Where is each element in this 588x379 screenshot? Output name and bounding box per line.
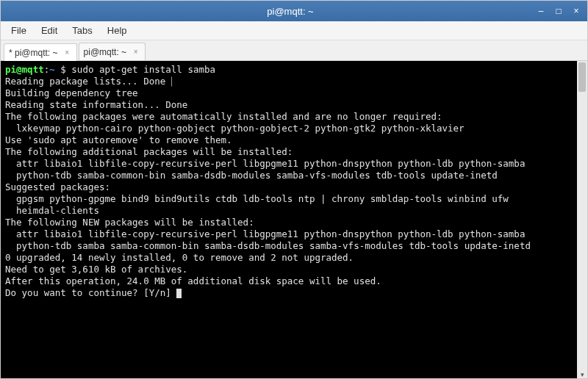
- close-icon: ×: [65, 48, 69, 57]
- prompt-dollar: $: [55, 64, 72, 75]
- tab-terminal-1[interactable]: * pi@mqtt: ~ ×: [4, 43, 77, 61]
- terminal-output-line: Use 'sudo apt autoremove' to remove them…: [5, 134, 232, 145]
- command-text: sudo apt-get install: [71, 64, 187, 75]
- close-icon: ×: [134, 48, 138, 56]
- terminal-output-line: After this operation, 24.0 MB of additio…: [5, 275, 381, 286]
- maximize-button[interactable]: □: [551, 4, 567, 18]
- terminal-output-line: The following NEW packages will be insta…: [5, 217, 254, 228]
- window-title: pi@mqtt: ~: [48, 6, 533, 17]
- menubar: File Edit Tabs Help: [1, 21, 587, 40]
- terminal-output-line: The following packages were automaticall…: [5, 111, 442, 122]
- menu-help[interactable]: Help: [101, 23, 133, 38]
- tab-label: pi@mqtt: ~: [84, 47, 127, 57]
- terminal[interactable]: pi@mqtt:~ $ sudo apt-get install samba R…: [1, 61, 577, 379]
- terminal-output-line: python-tdb samba samba-common-bin samba-…: [5, 240, 531, 251]
- text-cursor-icon: ⎸: [165, 76, 180, 87]
- command-text: samba: [187, 64, 215, 75]
- terminal-area: pi@mqtt:~ $ sudo apt-get install samba R…: [1, 61, 587, 379]
- terminal-output-line: Building dependency tree: [5, 87, 138, 98]
- prompt-user-host: pi@mqtt: [5, 64, 44, 75]
- tab-terminal-2[interactable]: pi@mqtt: ~ ×: [79, 43, 146, 60]
- prompt-path: ~: [49, 64, 55, 75]
- close-icon: ×: [573, 6, 578, 16]
- terminal-output-line: lxkeymap python-cairo python-gobject pyt…: [5, 123, 465, 134]
- tab-close-button[interactable]: ×: [62, 48, 72, 57]
- minimize-button[interactable]: –: [533, 4, 549, 18]
- menu-file[interactable]: File: [5, 23, 32, 38]
- menu-edit[interactable]: Edit: [35, 23, 63, 38]
- terminal-output-line: attr libaio1 libfile-copy-recursive-perl…: [5, 228, 525, 239]
- terminal-output-line: Reading package lists... Done: [5, 76, 165, 87]
- tab-bar: * pi@mqtt: ~ × pi@mqtt: ~ ×: [1, 40, 587, 61]
- chevron-down-icon: ▾: [581, 371, 584, 378]
- close-button[interactable]: ×: [568, 4, 584, 18]
- scroll-down-button[interactable]: ▾: [577, 369, 587, 379]
- terminal-output-line: Reading state information... Done: [5, 99, 187, 110]
- cursor-block-icon: [176, 289, 182, 298]
- window-titlebar: pi@mqtt: ~ – □ ×: [1, 1, 587, 21]
- menu-tabs[interactable]: Tabs: [66, 23, 98, 38]
- terminal-output-line: attr libaio1 libfile-copy-recursive-perl…: [5, 158, 525, 169]
- terminal-output-line: gpgsm python-gpgme bind9 bind9utils ctdb…: [5, 193, 509, 204]
- terminal-output-line: Do you want to continue? [Y/n]: [5, 287, 176, 298]
- terminal-output-line: 0 upgraded, 14 newly installed, 0 to rem…: [5, 252, 354, 263]
- tab-close-button[interactable]: ×: [131, 47, 140, 57]
- terminal-output-line: The following additional packages will b…: [5, 146, 293, 157]
- terminal-output-line: Suggested packages:: [5, 181, 110, 192]
- scrollbar[interactable]: ▾: [577, 61, 587, 379]
- scroll-thumb[interactable]: [578, 62, 586, 92]
- tab-label: * pi@mqtt: ~: [9, 48, 58, 58]
- window-controls: – □ ×: [533, 4, 584, 18]
- terminal-output-line: python-tdb samba-common-bin samba-dsdb-m…: [5, 170, 498, 181]
- terminal-output-line: heimdal-clients: [5, 205, 99, 216]
- maximize-icon: □: [556, 6, 561, 16]
- minimize-icon: –: [539, 6, 544, 16]
- terminal-output-line: Need to get 3,610 kB of archives.: [5, 264, 187, 275]
